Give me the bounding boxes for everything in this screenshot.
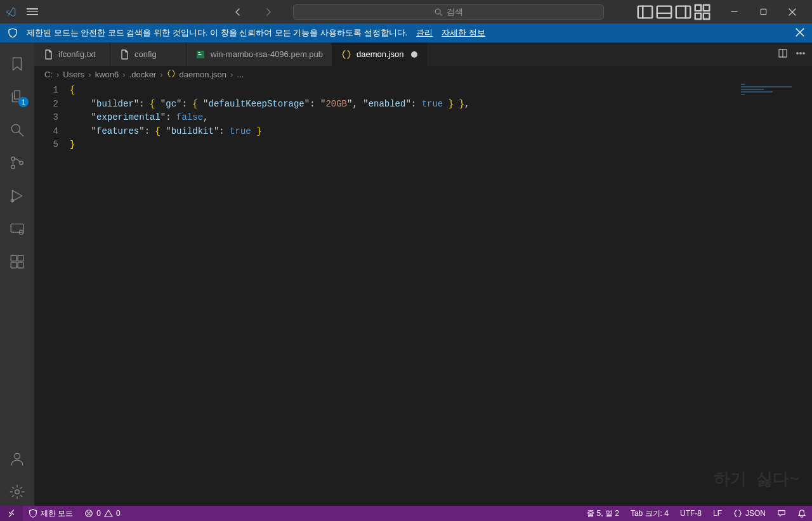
svg-rect-19 xyxy=(18,262,23,268)
breadcrumb-seg[interactable]: .docker xyxy=(129,70,157,79)
svg-point-0 xyxy=(435,9,440,14)
vscode-icon xyxy=(5,6,16,18)
window-minimize-button[interactable] xyxy=(719,0,749,23)
editor-group: ifconfig.txt config win-mambo-rsa-4096.p… xyxy=(34,42,812,506)
code-editor[interactable]: 1 2 3 4 5 { "builder": { "gc": { "defaul… xyxy=(34,82,812,506)
settings-gear-icon[interactable] xyxy=(2,478,32,506)
banner-manage-link[interactable]: 관리 xyxy=(416,27,433,39)
search-placeholder: 검색 xyxy=(447,6,463,18)
more-actions-icon[interactable] xyxy=(796,48,806,60)
problems-status[interactable]: 0 0 xyxy=(79,506,126,521)
svg-point-20 xyxy=(15,453,20,459)
svg-rect-1 xyxy=(638,6,653,18)
svg-point-11 xyxy=(11,165,15,169)
tab-pem-pub[interactable]: win-mambo-rsa-4096.pem.pub xyxy=(187,42,332,66)
svg-rect-3 xyxy=(676,6,691,18)
layout-panel-icon[interactable] xyxy=(655,0,674,23)
hamburger-menu-icon[interactable] xyxy=(27,8,39,15)
banner-learn-link[interactable]: 자세한 정보 xyxy=(442,27,485,39)
command-center-search[interactable]: 검색 xyxy=(293,4,604,20)
banner-message: 제한된 모드는 안전한 코드 검색을 위한 것입니다. 이 창을 신뢰하여 모든… xyxy=(27,27,407,39)
breadcrumb-seg[interactable]: kwon6 xyxy=(95,70,119,79)
tab-label: ifconfig.txt xyxy=(58,49,96,59)
svg-rect-16 xyxy=(11,255,16,261)
restricted-mode-banner: 제한된 모드는 안전한 코드 검색을 위한 것입니다. 이 창을 신뢰하여 모든… xyxy=(0,23,812,42)
breadcrumb-seg[interactable]: Users xyxy=(63,70,84,79)
svg-point-25 xyxy=(800,53,801,54)
restricted-mode-status[interactable]: 제한 모드 xyxy=(23,506,79,521)
svg-point-24 xyxy=(797,53,798,54)
svg-rect-5 xyxy=(704,4,709,10)
file-icon xyxy=(43,49,53,60)
json-icon xyxy=(341,49,351,60)
feedback-icon[interactable] xyxy=(771,506,792,521)
code-content[interactable]: { "builder": { "gc": { "defaultKeepStora… xyxy=(70,82,812,506)
tab-label: config xyxy=(134,49,157,59)
accounts-icon[interactable] xyxy=(2,445,32,473)
svg-rect-14 xyxy=(11,224,23,232)
svg-point-12 xyxy=(20,161,23,164)
bookmark-icon[interactable] xyxy=(2,50,32,78)
activity-bar: 1 xyxy=(0,42,34,506)
svg-rect-4 xyxy=(695,4,701,10)
svg-point-21 xyxy=(15,490,20,494)
nav-forward-button[interactable] xyxy=(259,0,278,23)
shield-icon xyxy=(29,509,37,518)
breadcrumb-tail[interactable]: ... xyxy=(237,70,244,79)
banner-close-button[interactable] xyxy=(796,28,804,39)
tab-bar: ifconfig.txt config win-mambo-rsa-4096.p… xyxy=(34,42,812,66)
tab-ifconfig[interactable]: ifconfig.txt xyxy=(34,42,110,66)
breadcrumb-seg[interactable]: C: xyxy=(44,70,53,79)
explorer-badge: 1 xyxy=(18,97,29,107)
window-close-button[interactable] xyxy=(778,0,807,23)
line-number-gutter: 1 2 3 4 5 xyxy=(34,82,70,506)
shield-icon xyxy=(8,28,18,38)
cursor-position-status[interactable]: 줄 5, 열 2 xyxy=(581,506,625,521)
source-control-icon[interactable] xyxy=(2,149,32,177)
tab-size-status[interactable]: Tab 크기: 4 xyxy=(625,506,674,521)
svg-point-9 xyxy=(11,124,20,132)
nav-back-button[interactable] xyxy=(228,0,247,23)
status-bar: 제한 모드 0 0 줄 5, 열 2 Tab 크기: 4 UTF-8 LF JS… xyxy=(0,506,812,521)
svg-rect-17 xyxy=(18,255,23,261)
svg-point-26 xyxy=(803,53,804,54)
tab-daemon-json[interactable]: daemon.json xyxy=(332,42,427,66)
dirty-indicator-icon xyxy=(411,51,417,58)
tab-label: daemon.json xyxy=(357,49,403,59)
svg-rect-7 xyxy=(704,13,709,18)
notifications-icon[interactable] xyxy=(792,506,812,521)
run-debug-icon[interactable] xyxy=(2,182,32,210)
json-icon xyxy=(167,69,176,80)
tab-label: win-mambo-rsa-4096.pem.pub xyxy=(211,49,323,59)
extensions-icon[interactable] xyxy=(2,248,32,276)
breadcrumb-file[interactable]: daemon.json xyxy=(180,70,226,79)
encoding-status[interactable]: UTF-8 xyxy=(674,506,707,521)
eol-status[interactable]: LF xyxy=(707,506,728,521)
svg-rect-2 xyxy=(657,6,672,18)
search-activity-icon[interactable] xyxy=(2,116,32,144)
explorer-icon[interactable]: 1 xyxy=(2,83,32,111)
layout-sidebar-left-icon[interactable] xyxy=(636,0,655,23)
error-icon xyxy=(84,509,93,518)
language-mode-status[interactable]: JSON xyxy=(728,506,771,521)
svg-rect-8 xyxy=(761,9,766,14)
breadcrumb[interactable]: C:› Users› kwon6› .docker› daemon.json› … xyxy=(34,66,812,82)
remote-explorer-icon[interactable] xyxy=(2,215,32,243)
publisher-icon xyxy=(195,49,206,60)
json-icon xyxy=(733,509,742,518)
svg-rect-6 xyxy=(695,13,701,18)
warning-icon xyxy=(104,509,113,518)
search-icon xyxy=(434,8,443,16)
title-bar: 검색 xyxy=(0,0,812,23)
layout-sidebar-right-icon[interactable] xyxy=(674,0,693,23)
window-maximize-button[interactable] xyxy=(749,0,778,23)
customize-layout-icon[interactable] xyxy=(693,0,712,23)
remote-indicator[interactable] xyxy=(0,506,23,521)
tab-config[interactable]: config xyxy=(110,42,187,66)
split-editor-icon[interactable] xyxy=(778,48,788,60)
svg-rect-18 xyxy=(11,262,16,268)
file-icon xyxy=(119,49,129,60)
